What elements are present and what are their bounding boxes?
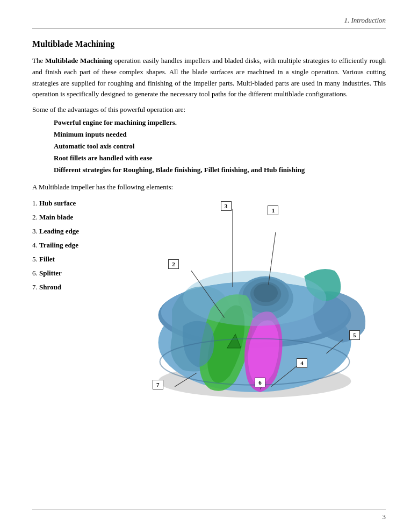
section-title: Multiblade Machining bbox=[32, 39, 386, 49]
intro-paragraph: The Multiblade Machining operation easil… bbox=[32, 55, 386, 100]
advantage-5: Different strategies for Roughing, Blade… bbox=[54, 166, 386, 174]
advantage-4: Root fillets are handled with ease bbox=[54, 154, 386, 162]
element-1-label: Hub surface bbox=[39, 199, 76, 207]
element-1-num: 1. bbox=[32, 199, 38, 207]
element-7: 7. Shroud bbox=[32, 283, 118, 292]
advantage-3: Automatic tool axis control bbox=[54, 142, 386, 151]
element-4-num: 4. bbox=[32, 241, 38, 249]
element-2: 2. Main blade bbox=[32, 213, 118, 222]
element-5-num: 5. bbox=[32, 255, 38, 263]
diagram-container: 1 2 3 4 5 6 7 bbox=[124, 199, 386, 414]
page-number: 3 bbox=[383, 513, 386, 521]
element-1: 1. Hub surface bbox=[32, 199, 118, 208]
element-4-label: Trailing edge bbox=[39, 241, 78, 249]
element-6: 6. Splitter bbox=[32, 269, 118, 278]
element-3-label: Leading edge bbox=[39, 227, 79, 235]
element-5-label: Fillet bbox=[39, 255, 55, 263]
callout-4: 4 bbox=[297, 358, 307, 368]
page-footer: 3 bbox=[32, 509, 386, 521]
header-text: 1. Introduction bbox=[344, 16, 386, 25]
intro-bold: Multiblade Machining bbox=[45, 56, 112, 65]
callout-2: 2 bbox=[168, 259, 179, 269]
page-header: 1. Introduction bbox=[32, 16, 386, 29]
intro-part1: The bbox=[32, 56, 45, 65]
element-4: 4. Trailing edge bbox=[32, 241, 118, 250]
element-2-num: 2. bbox=[32, 213, 38, 221]
advantage-1: Powerful engine for machining impellers. bbox=[54, 118, 386, 127]
element-3-num: 3. bbox=[32, 227, 38, 235]
callout-3: 3 bbox=[221, 201, 232, 211]
element-5: 5. Fillet bbox=[32, 255, 118, 264]
callout-5: 5 bbox=[349, 330, 360, 340]
callout-7: 7 bbox=[153, 380, 163, 389]
page: 1. Introduction Multiblade Machining The… bbox=[0, 0, 418, 532]
elements-intro: A Multiblade impeller has the following … bbox=[32, 183, 386, 191]
element-6-num: 6. bbox=[32, 269, 38, 277]
callout-6: 6 bbox=[255, 378, 265, 387]
advantage-2: Minimum inputs needed bbox=[54, 130, 386, 139]
element-7-num: 7. bbox=[32, 283, 38, 291]
element-2-label: Main blade bbox=[39, 213, 73, 221]
advantages-intro: Some of the advantages of this powerful … bbox=[32, 105, 386, 114]
callout-1: 1 bbox=[268, 205, 278, 215]
element-6-label: Splitter bbox=[39, 269, 62, 277]
advantages-list: Powerful engine for machining impellers.… bbox=[54, 118, 386, 174]
content-area: 1. Hub surface 2. Main blade 3. Leading … bbox=[32, 199, 386, 414]
element-7-label: Shroud bbox=[39, 283, 61, 291]
element-3: 3. Leading edge bbox=[32, 227, 118, 236]
svg-point-9 bbox=[183, 271, 327, 327]
elements-list: 1. Hub surface 2. Main blade 3. Leading … bbox=[32, 199, 118, 414]
